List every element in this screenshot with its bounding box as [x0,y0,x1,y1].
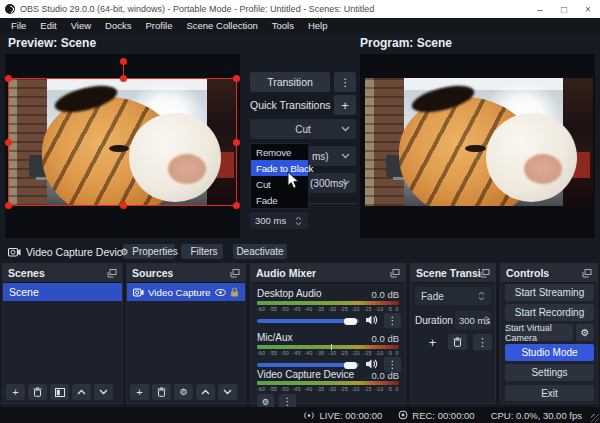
add-source-button[interactable]: + [130,384,149,400]
plus-icon: + [136,386,142,398]
controls-panel-header[interactable]: Controls [501,264,597,283]
menu-tools[interactable]: Tools [265,18,301,33]
resize-handle-t[interactable] [120,75,127,82]
volume-slider[interactable] [257,363,359,367]
deactivate-button[interactable]: Deactivate [233,244,287,259]
start-virtual-camera-button[interactable]: Start Virtual Camera [505,324,573,341]
transition-button[interactable]: Transition [250,72,330,92]
menu-help[interactable]: Help [301,18,335,33]
resize-grip[interactable] [591,414,599,422]
speaker-icon[interactable] [365,358,378,370]
spinner-arrows-icon[interactable] [295,216,302,225]
popout-icon[interactable] [107,269,117,278]
preview-canvas[interactable] [5,54,240,238]
audio-mixer-title: Audio Mixer [256,267,316,279]
menu-file[interactable]: File [4,18,33,33]
quick-transition-duration-spinner[interactable]: 300 ms [250,212,308,229]
minimize-button[interactable]: – [528,0,552,18]
lock-icon[interactable] [230,287,239,297]
visibility-eye-icon[interactable] [215,289,226,296]
add-scene-button[interactable]: + [6,384,25,400]
kebab-icon: ⋮ [388,315,398,326]
resize-handle-br[interactable] [233,202,240,209]
sources-panel-header[interactable]: Sources [127,264,245,283]
resize-handle-bl[interactable] [5,202,12,209]
source-down-button[interactable] [218,384,237,400]
scenes-toolbar: + [6,384,113,400]
add-quick-transition-button[interactable]: + [334,95,356,115]
menu-view[interactable]: View [64,18,98,33]
volume-slider-handle[interactable] [344,362,357,369]
kebab-icon: ⋮ [340,76,351,88]
rotation-handle[interactable] [120,58,127,65]
volume-slider-handle[interactable] [344,318,357,325]
start-recording-button[interactable]: Start Recording [505,304,594,321]
filters-button-label: Filters [190,246,217,257]
popout-icon[interactable] [480,269,490,278]
scene-up-button[interactable] [72,384,91,400]
video-plush-eye [465,145,486,153]
spinner-arrows-icon[interactable] [483,316,490,325]
resize-handle-tl[interactable] [5,75,12,82]
settings-button[interactable]: Settings [505,364,594,381]
resize-handle-r[interactable] [233,139,240,146]
volume-slider[interactable] [257,319,359,323]
menu-docks[interactable]: Docks [98,18,138,33]
menu-edit[interactable]: Edit [33,18,63,33]
source-selection-box[interactable] [8,78,237,206]
transition-type-select[interactable]: Fade [415,287,491,305]
source-name: Video Capture Dev [148,287,211,298]
title-bar: OBS Studio 29.0.0 (64-bit, windows) - Po… [0,0,600,18]
menu-item-fade[interactable]: Fade [251,192,308,208]
scene-list-item[interactable]: Scene [3,283,122,301]
resize-handle-b[interactable] [120,202,127,209]
remove-scene-button[interactable] [28,384,47,400]
remove-transition-button[interactable] [448,334,467,350]
remove-source-button[interactable] [152,384,171,400]
resize-handle-l[interactable] [5,139,12,146]
program-canvas [360,54,595,238]
exit-button[interactable]: Exit [505,385,594,401]
source-list-item[interactable]: Video Capture Dev [127,283,245,301]
scene-transitions-header[interactable]: Scene Transiti... [411,264,495,283]
record-disc-icon [398,410,408,420]
scene-filters-button[interactable] [50,384,69,400]
channel-level: 0.0 dB [372,333,399,344]
cpu-fps-stats: CPU: 0.0%, 30.00 fps [491,410,582,421]
resize-handle-tr[interactable] [233,75,240,82]
gear-icon: ⚙ [179,387,187,397]
transition-select[interactable]: Cut [250,119,356,139]
selected-source-name: Video Capture Device [26,246,128,258]
properties-button[interactable]: ⚙ Properties [123,244,175,259]
volume-meter [257,381,399,385]
studio-mode-button[interactable]: Studio Mode [505,344,594,361]
start-streaming-button[interactable]: Start Streaming [505,284,594,301]
gear-icon: ⚙ [581,327,590,338]
menu-profile[interactable]: Profile [139,18,180,33]
virtual-camera-config-button[interactable]: ⚙ [576,324,594,341]
menu-item-remove[interactable]: Remove [251,144,308,160]
close-button[interactable]: × [576,0,600,18]
source-up-button[interactable] [196,384,215,400]
scene-down-button[interactable] [94,384,113,400]
scene-transitions-title: Scene Transiti... [416,267,480,279]
meter-scale: -60 -55 -50 -45 -40 -35 -30 -25 -20 -15 … [257,306,403,312]
video-brick-wall [365,78,404,206]
menu-scene-collection[interactable]: Scene Collection [179,18,264,33]
audio-mixer-header[interactable]: Audio Mixer [251,264,405,283]
popout-icon[interactable] [230,269,240,278]
transition-options-button[interactable]: ⋮ [473,334,492,350]
popout-icon[interactable] [390,269,400,278]
maximize-button[interactable]: □ [552,0,576,18]
transition-type-value: Fade [421,291,444,302]
scenes-panel-header[interactable]: Scenes [3,264,122,283]
popout-icon[interactable] [582,269,592,278]
speaker-icon[interactable] [365,314,378,326]
channel-options-button[interactable]: ⋮ [384,313,401,328]
add-transition-button[interactable]: + [423,334,442,350]
filters-button[interactable]: Filters [181,244,223,259]
rec-time: REC: 00:00:00 [412,410,474,421]
source-properties-button[interactable]: ⚙ [174,384,193,400]
quick-transition-context-menu: Remove Fade to Black Cut Fade [250,143,309,209]
transition-menu-button[interactable]: ⋮ [334,72,356,92]
